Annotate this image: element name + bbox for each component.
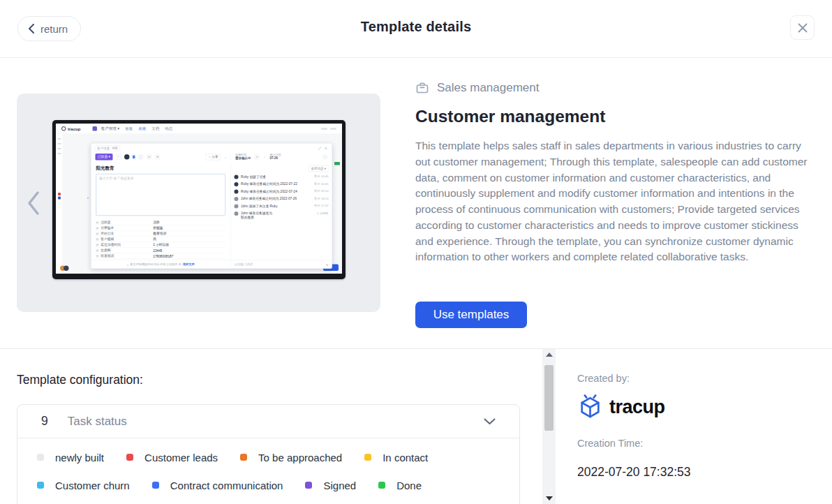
thumb-comment-input: 点击输入内容⊕ [231, 262, 332, 267]
scrollbar-thumb[interactable] [544, 365, 554, 431]
scroll-down-arrow[interactable] [542, 493, 556, 504]
thumb-logo-word: tracup [68, 126, 80, 131]
thumb-task-title: 阳光教育 [96, 165, 226, 172]
status-label: Customer churn [55, 480, 130, 491]
thumb-meta-created: 创建时间需求确认中 [235, 154, 251, 161]
status-label: Customer leads [144, 452, 218, 464]
tracup-cube-icon [577, 394, 603, 420]
thumb-field-table: ▤ 活跃度 活跃 ▤ 付费版本 旗舰版 [96, 220, 226, 259]
thumb-field-row: ▤ 客户规模 高 [96, 237, 226, 242]
thumb-green-badge [334, 162, 340, 165]
thumb-project-avatar [92, 126, 97, 131]
thumb-field-row: ▤ 活跃度 活跃 [96, 220, 226, 225]
chevron-left-icon [27, 191, 40, 216]
thumb-side-rail [56, 134, 63, 274]
status-list: newly built Customer leads To be approac… [17, 438, 519, 504]
thumb-feed-item: Ruby 修改任务截止时间为 2022-07-22 昨天 16:45 [235, 182, 329, 187]
status-color-swatch [305, 482, 312, 489]
thumb-modal-toolbar: 已联系 ▾ ✓ ▢ ⊘ ⊕ ＜ 分享 … 创建时 [91, 151, 332, 163]
previous-image-arrow[interactable] [27, 189, 42, 217]
thumb-field-row: ▤ 联系电话 17808008187 [96, 253, 226, 259]
thumb-collapse-handle: ‹ [87, 195, 89, 200]
thumb-field-row: ▤ 最近沟通时间 1 小时以前 [96, 242, 226, 248]
status-color-swatch [364, 454, 371, 461]
status-color-swatch [37, 454, 44, 461]
status-item: Customer churn [37, 478, 130, 492]
template-screenshot-thumbnail: tracup 客户管理 ▾ 看板 表格 文档 动态 [52, 120, 346, 279]
page-title: Template details [0, 19, 832, 35]
status-count: 9 [41, 414, 48, 429]
panel-label: Task status [68, 415, 127, 429]
thumb-flag-icon [133, 155, 135, 158]
status-item: Signed [305, 478, 356, 492]
task-status-panel-header[interactable]: 9 Task status [17, 405, 519, 438]
thumb-assignee-avatar [124, 154, 130, 160]
creation-time-label: Creation Time: [577, 438, 832, 449]
status-label: To be approached [258, 452, 342, 464]
thumbnail-content: tracup 客户管理 ▾ 看板 表格 文档 动态 [56, 124, 342, 274]
thumb-clock-icon: ⊙ [255, 154, 260, 160]
status-item: To be approached [240, 450, 342, 464]
thumb-field-row: ▤ 付费版本 旗舰版 [96, 225, 226, 231]
status-color-swatch [378, 482, 385, 489]
status-item: Done [378, 478, 422, 492]
thumb-person-icon: ☺ [322, 154, 328, 160]
thumb-modal-left: 阳光教育 输入文字 或 '/' 唤起更多 ▤ 活跃度 活跃 [91, 163, 231, 260]
status-label: newly built [55, 452, 104, 464]
tracup-brand: tracup [577, 394, 832, 420]
thumb-app-body: ‹ 客户信息 · #36 ⤢ ✕ 已联系 ▾ [56, 134, 342, 274]
task-status-panel: 9 Task status newly built Customer leads [17, 404, 520, 504]
status-item: Contract communication [152, 478, 283, 492]
scroll-up-arrow[interactable] [542, 349, 556, 360]
thumb-meta-due: 截止日期07-26 [270, 154, 281, 161]
thumb-modal-right: 全部动态 ▾ Ruby 创建了任务 昨天 16:45 [231, 163, 332, 260]
creation-time-value: 2022-07-20 17:32:53 [577, 465, 832, 480]
thumb-feed-item: John 添加了关注者 Ruby 昨天 17:07 [235, 204, 329, 209]
use-templates-button[interactable]: Use templates [415, 302, 527, 328]
status-color-swatch [152, 482, 159, 489]
status-color-swatch [240, 454, 247, 461]
status-label: Contract communication [170, 480, 283, 491]
thumb-status-dot-red [58, 193, 61, 195]
thumb-feed-item: John 修改任务描述为阳光教育 1 分钟前 [235, 212, 329, 220]
thumb-nav-item: 客户管理 ▾ [101, 126, 119, 132]
thumb-slash-icon: ⊘ [147, 154, 152, 160]
thumb-nav: 客户管理 ▾ 看板 表格 文档 动态 [101, 126, 172, 132]
template-details-page: return Template details tracup 客户管理 ▾ [0, 0, 832, 504]
status-item: In contact [364, 450, 428, 464]
briefcase-icon [415, 81, 429, 95]
thumb-check-icon: ✓ [116, 154, 121, 160]
thumb-arrow-icon: ＞ [263, 154, 267, 159]
thumb-share-button: ＜ 分享 [205, 154, 221, 161]
thumb-status-dot-blue [58, 197, 61, 200]
status-label: In contact [382, 452, 428, 464]
thumb-task-modal: 客户信息 · #36 ⤢ ✕ 已联系 ▾ ✓ ▢ ⊘ ⊕ [91, 143, 332, 269]
thumb-feed-item: Ruby 创建了任务 昨天 16:45 [235, 175, 329, 179]
thumb-nav-item: 表格 [138, 126, 146, 132]
thumb-tracup-logo: tracup [61, 126, 80, 131]
status-item: Customer leads [126, 450, 218, 464]
thumb-field-row: ▤ 交易额 23445 [96, 248, 226, 253]
category-label: Sales management [437, 81, 539, 95]
close-icon [797, 22, 808, 34]
thumb-status-button: 已联系 ▾ [96, 154, 113, 161]
thumb-editor-placeholder: 输入文字 或 '/' 唤起更多 [96, 174, 226, 216]
thumb-toolbar-left: 已联系 ▾ ✓ ▢ ⊘ ⊕ ＜ 分享 … [91, 154, 231, 161]
thumb-toolbar-right: 创建时间需求确认中 ⊙ ＞ 截止日期07-26 ☺ [231, 154, 332, 161]
thumb-nav-item: 看板 [125, 126, 133, 132]
category-row: Sales management [415, 81, 817, 95]
chevron-down-icon[interactable] [484, 418, 496, 425]
thumb-window-controls: ⤢ ✕ [318, 146, 328, 150]
thumb-nav-item: 文档 [151, 126, 159, 132]
thumb-nav-item: 动态 [165, 126, 172, 132]
thumb-plus-icon: ⊕ [155, 154, 161, 160]
top-bar: return Template details [0, 0, 832, 58]
thumb-feed-filter: 全部动态 ▾ [309, 165, 329, 172]
thumb-more-icon: … [224, 155, 228, 159]
template-description: This template helps sales staff in sales… [415, 138, 817, 265]
vertical-scrollbar[interactable] [542, 349, 556, 504]
thumb-appbar-right [321, 128, 336, 130]
status-color-swatch [37, 482, 44, 489]
thumb-logo-icon [61, 126, 66, 131]
close-button[interactable] [790, 15, 815, 40]
